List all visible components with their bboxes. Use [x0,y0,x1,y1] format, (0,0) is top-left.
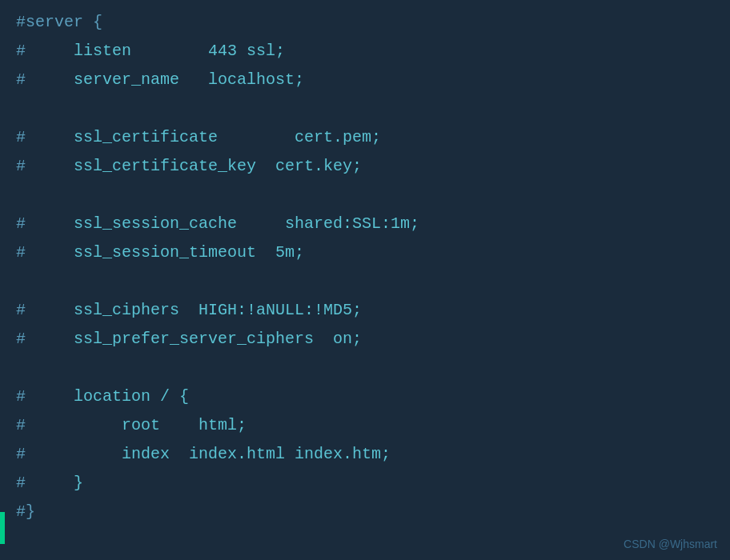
hash-14: #} [16,498,35,526]
empty-line-2 [16,181,714,210]
code-line-8: # ssl_ciphers HIGH:!aNULL:!MD5; [16,296,714,325]
hash-6: # [16,210,26,238]
empty-line-3 [16,267,714,296]
content-11: root html; [26,411,247,440]
hash-11: # [16,411,26,440]
code-line-9: # ssl_prefer_server_ciphers on; [16,325,714,354]
empty-line-4 [16,354,714,382]
content-10: location / { [26,382,189,411]
left-indicator-bar [0,512,5,544]
content-2: listen 443 ssl; [26,37,285,66]
hash-4: # [16,123,26,152]
content-9: ssl_prefer_server_ciphers on; [26,325,362,354]
hash-13: # [16,469,26,498]
content-13: } [26,469,83,498]
hash-3: # [16,66,26,94]
content-6: ssl_session_cache shared:SSL:1m; [26,210,419,238]
content-4: ssl_certificate cert.pem; [26,123,381,152]
content-12: index index.html index.htm; [26,440,391,469]
content-7: ssl_session_timeout 5m; [26,238,304,267]
content-8: ssl_ciphers HIGH:!aNULL:!MD5; [26,296,362,325]
hash-2: # [16,37,26,66]
code-line-1: #server { [16,8,714,37]
code-editor: #server { # listen 443 ssl; # server_nam… [0,0,730,560]
code-line-4: # ssl_certificate cert.pem; [16,123,714,152]
code-line-7: # ssl_session_timeout 5m; [16,238,714,267]
content-3: server_name localhost; [26,66,304,94]
code-line-3: # server_name localhost; [16,66,714,94]
hash-5: # [16,152,26,181]
hash-7: # [16,238,26,267]
code-line-13: # } [16,469,714,498]
code-line-2: # listen 443 ssl; [16,37,714,66]
hash-1: #server { [16,8,102,37]
hash-10: # [16,382,26,411]
code-line-14: #} [16,498,714,526]
code-line-12: # index index.html index.htm; [16,440,714,469]
code-line-6: # ssl_session_cache shared:SSL:1m; [16,210,714,238]
hash-12: # [16,440,26,469]
hash-8: # [16,296,26,325]
content-5: ssl_certificate_key cert.key; [26,152,362,181]
watermark: CSDN @Wjhsmart [624,538,717,550]
code-line-5: # ssl_certificate_key cert.key; [16,152,714,181]
hash-9: # [16,325,26,354]
code-line-11: # root html; [16,411,714,440]
code-line-10: # location / { [16,382,714,411]
empty-line-1 [16,94,714,123]
